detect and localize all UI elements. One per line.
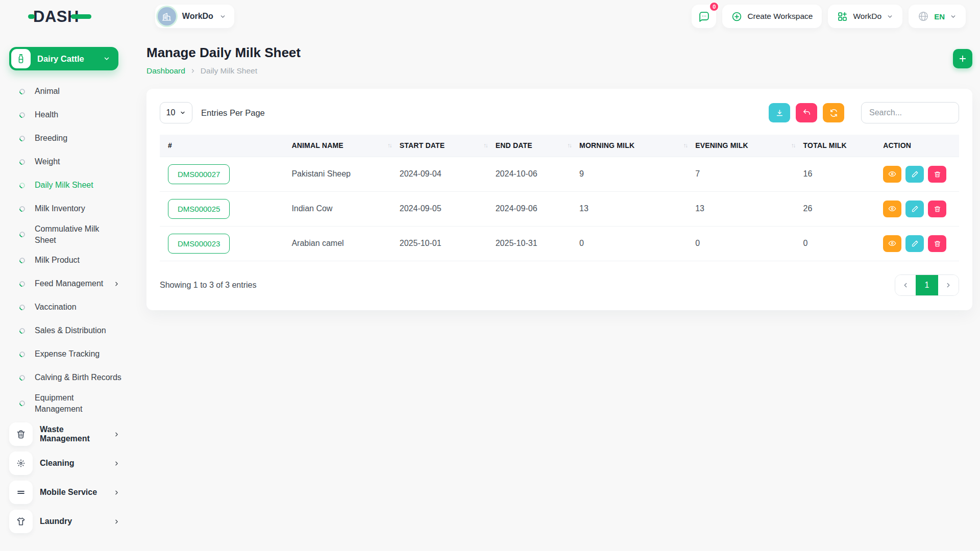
page-number-current[interactable]: 1: [916, 275, 938, 295]
sidebar-item-milk-inventory[interactable]: Milk Inventory: [9, 197, 128, 220]
sidebar: Dairy Cattle Animal Health Breeding Weig…: [0, 30, 128, 539]
sort-icon[interactable]: [791, 142, 795, 148]
sidebar-module-laundry[interactable]: Laundry: [9, 510, 128, 533]
edit-button[interactable]: [905, 235, 924, 252]
bullet-icon: [18, 303, 27, 311]
sidebar-item-label: Milk Inventory: [35, 200, 112, 217]
sidebar-item-weight[interactable]: Weight: [9, 150, 128, 173]
next-page-button[interactable]: [938, 275, 959, 295]
add-record-button[interactable]: [953, 49, 972, 68]
messages-button[interactable]: 0: [692, 5, 716, 28]
sidebar-item-label: Breeding: [35, 130, 112, 147]
pagination: 1: [895, 274, 959, 296]
column-header-end-date[interactable]: END DATE: [496, 135, 579, 157]
sidebar-item-label: Health: [35, 106, 112, 123]
sidebar-item-label: Daily Milk Sheet: [35, 177, 112, 194]
sort-icon[interactable]: [483, 142, 487, 148]
sidebar-item-vaccination[interactable]: Vaccination: [9, 295, 128, 319]
chat-bubble-icon: [698, 10, 710, 23]
cell-end-date: 2024-10-06: [496, 157, 579, 191]
sidebar-item-breeding[interactable]: Breeding: [9, 127, 128, 150]
edit-button[interactable]: [905, 166, 924, 183]
previous-page-button[interactable]: [895, 275, 916, 295]
bullet-icon: [18, 134, 27, 142]
header-actions: 0 Create Workspace WorkDo: [692, 5, 966, 28]
sidebar-modules: Waste Management Cleaning Mobile Service: [9, 422, 128, 533]
bullet-icon: [18, 373, 27, 382]
view-button[interactable]: [883, 166, 901, 183]
column-header-start-date[interactable]: START DATE: [400, 135, 496, 157]
search-input[interactable]: [861, 102, 959, 123]
top-bar: DASH WorkDo 0: [0, 0, 980, 30]
create-workspace-button[interactable]: Create Workspace: [722, 5, 822, 28]
record-id-pill[interactable]: DMS000025: [168, 199, 230, 219]
column-header-animal-name[interactable]: ANIMAL NAME: [291, 135, 399, 157]
column-header-total-milk[interactable]: TOTAL MILK: [803, 135, 884, 157]
bullet-icon: [18, 158, 27, 166]
pencil-icon: [911, 170, 919, 178]
sidebar-item-milk-product[interactable]: Milk Product: [9, 248, 128, 272]
sidebar-item-calving-birth-records[interactable]: Calving & Birth Records: [9, 366, 128, 389]
sidebar-item-daily-milk-sheet[interactable]: Daily Milk Sheet: [9, 173, 128, 197]
view-button[interactable]: [883, 201, 901, 217]
column-header-evening-milk[interactable]: EVENING MILK: [695, 135, 803, 157]
column-header-id[interactable]: #: [160, 135, 291, 157]
delete-button[interactable]: [928, 166, 946, 183]
column-header-morning-milk[interactable]: MORNING MILK: [579, 135, 695, 157]
sort-icon[interactable]: [683, 142, 688, 148]
breadcrumb: Dashboard Daily Milk Sheet: [146, 66, 301, 76]
sidebar-module-mobile-service[interactable]: Mobile Service: [9, 481, 128, 504]
language-selector[interactable]: EN: [909, 5, 966, 28]
entries-per-page-select[interactable]: 10: [160, 102, 192, 123]
refresh-button[interactable]: [823, 103, 844, 122]
sidebar-item-commulative-milk-sheet[interactable]: Commulative Milk Sheet: [9, 220, 128, 248]
sort-icon[interactable]: [387, 142, 391, 148]
chevron-right-icon: [945, 282, 952, 289]
sidebar-module-cleaning[interactable]: Cleaning: [9, 452, 128, 475]
cell-morning-milk: 0: [579, 226, 695, 261]
sidebar-item-expense-tracking[interactable]: Expense Tracking: [9, 342, 128, 366]
workspace-selector[interactable]: WorkDo: [155, 5, 234, 28]
export-download-button[interactable]: [769, 103, 790, 122]
create-workspace-label: Create Workspace: [747, 12, 813, 21]
bullet-icon: [18, 111, 27, 119]
sidebar-item-feed-management[interactable]: Feed Management: [9, 272, 128, 295]
cell-evening-milk: 13: [695, 191, 803, 226]
sort-icon[interactable]: [568, 142, 572, 148]
sidebar-item-equipment-management[interactable]: Equipment Management: [9, 389, 128, 417]
cell-morning-milk: 9: [579, 157, 695, 191]
undo-button[interactable]: [796, 103, 817, 122]
edit-button[interactable]: [905, 201, 924, 217]
sidebar-item-sales-distribution[interactable]: Sales & Distribution: [9, 319, 128, 342]
showing-entries-text: Showing 1 to 3 of 3 entries: [160, 281, 256, 290]
view-button[interactable]: [883, 235, 901, 252]
cell-start-date: 2024-09-05: [400, 191, 496, 226]
dash-logo[interactable]: DASH: [28, 9, 91, 24]
bullet-icon: [18, 205, 27, 213]
chevron-right-icon: [113, 489, 120, 496]
sidebar-nav: Animal Health Breeding Weight Daily Milk…: [9, 80, 128, 417]
sidebar-item-label: Expense Tracking: [35, 345, 112, 363]
record-id-pill[interactable]: DMS000023: [168, 234, 230, 254]
sidebar-module-label: Mobile Service: [40, 488, 113, 497]
lines-icon: [9, 481, 33, 504]
chevron-right-icon: [113, 518, 120, 525]
bullet-icon: [18, 256, 27, 264]
apps-menu-button[interactable]: WorkDo: [828, 5, 902, 28]
entries-per-page-value: 10: [166, 108, 176, 117]
delete-button[interactable]: [928, 201, 946, 217]
breadcrumb-dashboard-link[interactable]: Dashboard: [146, 66, 185, 76]
trash-icon: [934, 240, 941, 247]
module-header-dairy-cattle[interactable]: Dairy Cattle: [9, 47, 118, 70]
download-icon: [775, 109, 784, 117]
chevron-right-icon: [113, 431, 120, 438]
table-row: DMS000025 Indian Cow 2024-09-05 2024-09-…: [160, 191, 959, 226]
sidebar-module-waste-management[interactable]: Waste Management: [9, 422, 128, 446]
main-content: Manage Daily Milk Sheet Dashboard Daily …: [128, 30, 980, 310]
sidebar-item-animal[interactable]: Animal: [9, 80, 128, 103]
sidebar-item-label: Sales & Distribution: [35, 322, 112, 339]
eye-icon: [888, 205, 896, 213]
record-id-pill[interactable]: DMS000027: [168, 164, 230, 184]
sidebar-item-health[interactable]: Health: [9, 103, 128, 127]
delete-button[interactable]: [928, 235, 946, 252]
